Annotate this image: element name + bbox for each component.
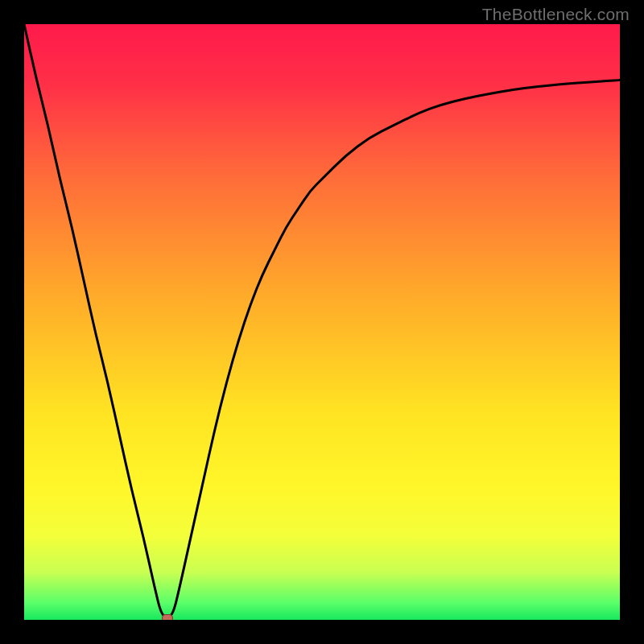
attribution-text: TheBottleneck.com <box>482 5 630 24</box>
minimum-marker <box>162 614 173 620</box>
frame: TheBottleneck.com <box>0 0 644 644</box>
bottleneck-curve <box>24 24 620 620</box>
plot-area <box>24 24 620 620</box>
